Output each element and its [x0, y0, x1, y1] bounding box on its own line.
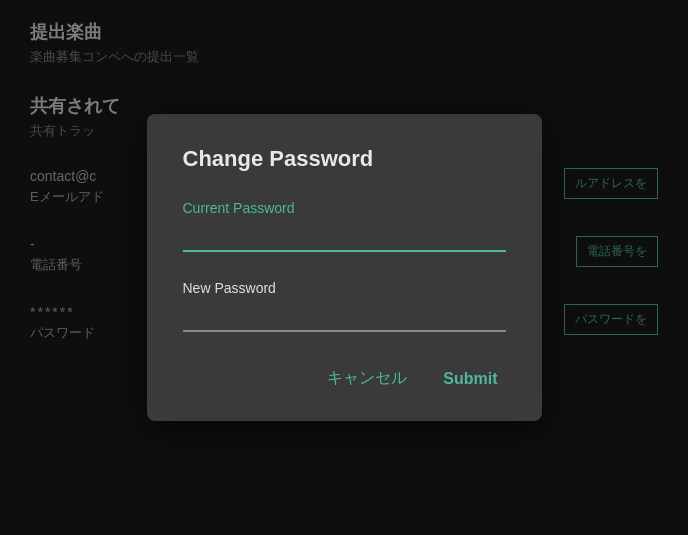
- change-password-modal: Change Password Current Password New Pas…: [147, 114, 542, 421]
- new-password-input[interactable]: [183, 302, 506, 332]
- submit-button[interactable]: Submit: [435, 366, 505, 392]
- cancel-button[interactable]: キャンセル: [319, 364, 415, 393]
- current-password-input[interactable]: [183, 222, 506, 252]
- current-password-label: Current Password: [183, 200, 506, 216]
- modal-title: Change Password: [183, 146, 506, 172]
- modal-actions: キャンセル Submit: [183, 364, 506, 393]
- modal-overlay: Change Password Current Password New Pas…: [0, 0, 688, 535]
- new-password-label: New Password: [183, 280, 506, 296]
